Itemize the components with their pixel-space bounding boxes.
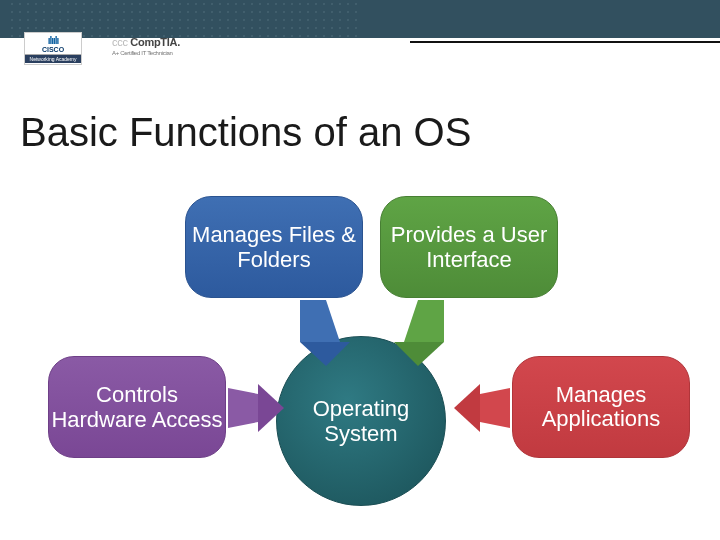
cisco-logo-sub: Networking Academy [25,54,81,63]
bubble-user-interface-label: Provides a User Interface [381,222,557,273]
bubble-manages-apps-label: Manages Applications [513,383,689,431]
arrow-apps-to-center [454,384,510,432]
svg-marker-2 [404,300,444,342]
bubble-manages-apps: Manages Applications [512,356,690,458]
cisco-logo: ılıılı CISCO Networking Academy [24,32,82,65]
bubble-operating-system: Operating System [276,336,446,506]
comptia-logo-sub: A+ Certified IT Technician [112,50,180,56]
cisco-logo-text: CISCO [25,46,81,53]
bubble-manages-files-label: Manages Files & Folders [186,222,362,273]
page-title: Basic Functions of an OS [20,110,471,155]
comptia-logo-text: CompTIA [130,36,177,48]
bubble-hardware-access: Controls Hardware Access [48,356,226,458]
bubble-manages-files: Manages Files & Folders [185,196,363,298]
comptia-logo: ccc CompTIA. A+ Certified IT Technician [112,36,180,56]
bubble-hardware-access-label: Controls Hardware Access [49,382,225,433]
bubble-operating-system-label: Operating System [277,396,445,447]
svg-marker-6 [480,388,510,428]
svg-marker-4 [228,388,258,428]
os-functions-diagram: Manages Files & Folders Provides a User … [0,180,720,540]
bubble-user-interface: Provides a User Interface [380,196,558,298]
svg-marker-0 [300,300,340,342]
svg-marker-7 [454,384,480,432]
header-divider [410,41,720,43]
